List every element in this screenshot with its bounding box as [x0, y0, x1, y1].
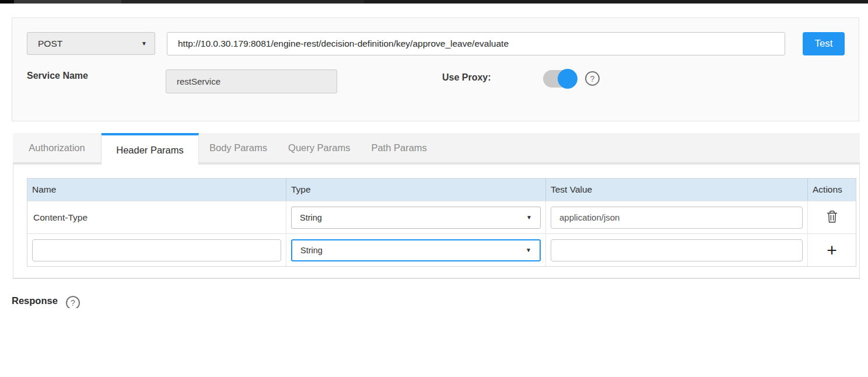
tab-authorization[interactable]: Authorization	[13, 133, 102, 162]
response-section: Response ?	[12, 294, 80, 308]
new-param-type-select[interactable]: String ▼	[291, 239, 541, 261]
param-type-value: String	[300, 213, 322, 222]
trash-icon	[826, 210, 838, 225]
chrome-bar-segment	[121, 0, 364, 4]
http-method-select[interactable]: POST ▼	[27, 32, 155, 55]
chevron-down-icon: ▼	[141, 40, 147, 47]
service-name-input[interactable]	[166, 69, 337, 93]
tab-query-params[interactable]: Query Params	[278, 133, 360, 162]
endpoint-url-input[interactable]	[167, 32, 785, 55]
header-params-table: Name Type Test Value Actions Content-Typ…	[27, 178, 856, 267]
rest-service-config-page: POST ▼ Test Service Name Use Proxy: ? Au…	[0, 0, 868, 377]
toggle-knob	[558, 69, 578, 89]
new-param-type-value: String	[300, 246, 323, 255]
add-row-button[interactable]: +	[820, 239, 844, 262]
delete-row-button[interactable]	[820, 206, 844, 229]
tab-header-params[interactable]: Header Params	[102, 133, 199, 165]
table-row-new: String ▼ +	[27, 233, 856, 266]
response-label: Response	[12, 294, 58, 306]
test-button[interactable]: Test	[803, 32, 845, 55]
response-help-icon[interactable]: ?	[66, 296, 80, 308]
request-config-panel: POST ▼ Test Service Name Use Proxy: ?	[12, 18, 859, 121]
chevron-down-icon: ▼	[526, 247, 531, 253]
header-params-panel: Name Type Test Value Actions Content-Typ…	[13, 165, 860, 279]
column-header-type: Type	[286, 179, 546, 201]
column-header-test-value: Test Value	[546, 179, 808, 201]
param-type-select[interactable]: String ▼	[291, 207, 541, 229]
column-header-name: Name	[27, 179, 286, 201]
http-method-value: POST	[38, 39, 62, 49]
new-param-test-value-input[interactable]	[551, 239, 803, 261]
column-header-actions: Actions	[808, 179, 856, 201]
chevron-down-icon: ▼	[526, 214, 532, 221]
new-param-name-input[interactable]	[32, 239, 281, 261]
chrome-bar-tab-segment	[14, 0, 121, 4]
table-row: Content-Type String ▼	[27, 201, 856, 233]
params-tab-bar: Authorization Header Params Body Params …	[13, 133, 860, 165]
use-proxy-toggle[interactable]	[543, 70, 576, 88]
browser-chrome-bar	[0, 0, 868, 4]
chrome-bar-segment	[0, 0, 14, 4]
use-proxy-label: Use Proxy:	[442, 72, 491, 83]
plus-icon: +	[827, 242, 837, 259]
table-header-row: Name Type Test Value Actions	[27, 179, 856, 201]
proxy-help-icon[interactable]: ?	[585, 71, 600, 86]
tab-path-params[interactable]: Path Params	[360, 133, 437, 162]
param-name-value: Content-Type	[32, 212, 88, 223]
tab-body-params[interactable]: Body Params	[199, 133, 278, 162]
service-name-label: Service Name	[27, 71, 88, 81]
param-test-value-input[interactable]	[551, 207, 803, 229]
